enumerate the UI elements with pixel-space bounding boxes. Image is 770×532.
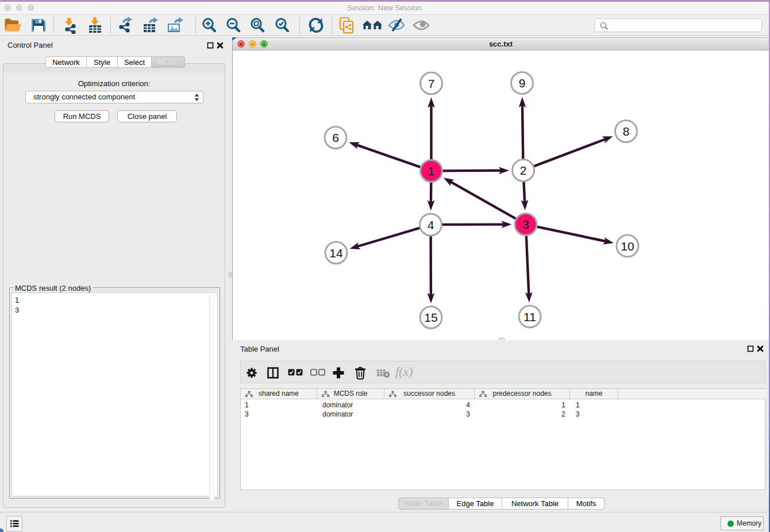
svg-text:10: 10	[621, 240, 634, 253]
svg-text:14: 14	[329, 246, 343, 260]
svg-text:3: 3	[522, 218, 529, 231]
svg-text:9: 9	[519, 76, 526, 90]
svg-text:1: 1	[428, 164, 435, 178]
svg-text:7: 7	[428, 77, 435, 90]
svg-text:8: 8	[623, 125, 630, 138]
svg-text:2: 2	[520, 164, 527, 177]
svg-text:4: 4	[428, 218, 434, 232]
svg-text:11: 11	[523, 310, 536, 323]
svg-text:15: 15	[424, 311, 437, 324]
svg-text:6: 6	[332, 131, 339, 144]
